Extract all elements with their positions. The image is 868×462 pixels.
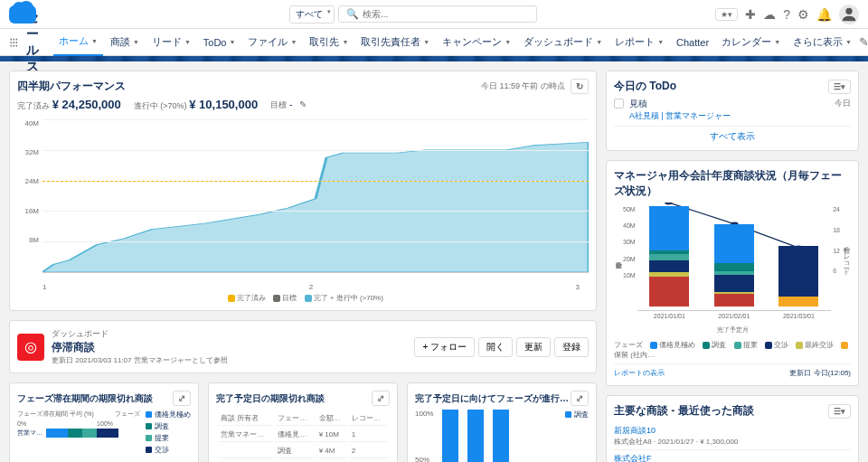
manager-pipeline-card: マネージャ用今会計年度商談状況（月毎フェーズ状況） 金額合計 50M 40M 3…	[606, 160, 859, 386]
card-title: 四半期パフォーマンス	[17, 79, 126, 94]
favorite-button[interactable]: ★▾	[715, 8, 738, 21]
goal-value: -	[289, 99, 292, 109]
mini-card-closedate-overdue: 完了予定日の期限切れ商談⤢ 商談 所有者フェー…金額…レコー… 営業マネー…価格…	[208, 382, 398, 462]
app-nav: ⁝⁝⁝ セールス ホーム▼ 商談▼ リード▼ ToDo▼ ファイル▼ 取引先▼ …	[0, 29, 868, 56]
nav-chatter[interactable]: Chatter	[671, 31, 714, 54]
opp-link[interactable]: 株式会社F	[614, 454, 652, 462]
todo-menu-icon[interactable]: ☰▾	[828, 80, 851, 94]
card-title: マネージャ用今会計年度商談状況（月毎フェーズ状況）	[614, 168, 851, 199]
add-icon[interactable]: ✚	[745, 7, 756, 22]
dashboard-title: 停滞商談	[52, 340, 407, 355]
search-icon: 🔍	[346, 8, 359, 20]
x-axis-title: 完了予定月	[614, 325, 851, 335]
nav-calendar[interactable]: カレンダー▼	[716, 29, 786, 55]
updated-label: 更新日 今日(12:05)	[789, 368, 851, 378]
card-title: 今日の ToDo	[614, 79, 676, 94]
follow-button[interactable]: + フォロー	[414, 337, 475, 357]
refresh-icon[interactable]: ↻	[571, 79, 589, 94]
goal-label: 目標	[270, 100, 287, 109]
todo-checkbox[interactable]	[614, 99, 624, 108]
cloud-icon[interactable]: ☁	[763, 7, 776, 22]
mini-card-phase-overdue: フェーズ滞在期間の期限切れ商談⤢ フェーズ滞在期間 平均 (%)フェーズ 0%1…	[9, 382, 199, 462]
performance-chart: 40M 32M 24M 16M 8M	[17, 119, 589, 291]
todo-date: 今日	[835, 98, 851, 109]
opportunity-item[interactable]: 株式会社F 株式会社F1 · 2021/02/25 · ¥ 10,000,000	[614, 450, 851, 462]
nav-contacts[interactable]: 取引先責任者▼	[355, 29, 435, 55]
global-header: すべて 🔍 ★▾ ✚ ☁ ? ⚙ 🔔	[0, 0, 868, 29]
nav-accounts[interactable]: 取引先▼	[304, 29, 354, 55]
nav-opportunities[interactable]: 商談▼	[105, 29, 145, 55]
nav-todo[interactable]: ToDo▼	[198, 31, 241, 54]
chart-legend: 完了済み 目標 完了 + 進行中 (>70%)	[17, 293, 589, 303]
search-input[interactable]	[363, 9, 529, 19]
y2-axis-label: 数のレコード	[842, 242, 851, 271]
svg-point-0	[665, 203, 673, 204]
table-row: 営業マネー…価格見…¥ 10M1	[218, 428, 388, 442]
open-label: 進行中 (>70%)	[134, 101, 187, 110]
report-link[interactable]: レポートの表示	[614, 368, 665, 378]
todo-label: 見積	[629, 98, 829, 110]
todo-link[interactable]: A社見積 | 営業マネージャー	[629, 111, 731, 120]
nav-campaigns[interactable]: キャンペーン▼	[437, 29, 516, 55]
expand-icon[interactable]: ⤢	[372, 391, 390, 406]
search-scope-select[interactable]: すべて	[289, 5, 335, 24]
global-search[interactable]: 🔍	[338, 5, 537, 23]
dashboard-header-card: ◎ ダッシュボード 停滞商談 更新日 2021/03/03 11:07 営業マネ…	[9, 320, 597, 373]
closed-value: ¥ 24,250,000	[52, 98, 121, 111]
opp-link[interactable]: 新規商談10	[614, 426, 656, 435]
nav-home[interactable]: ホーム▼	[53, 28, 103, 56]
app-launcher-icon[interactable]: ⁝⁝⁝	[9, 35, 17, 50]
timestamp: 今日 11:59 午前 の時点	[481, 80, 565, 92]
open-value: ¥ 10,150,000	[189, 98, 258, 111]
stacked-bar-chart: 2021/01/01 2021/02/01 2021/0	[637, 203, 832, 311]
refresh-button[interactable]: 更新	[516, 337, 551, 357]
header-actions: ★▾ ✚ ☁ ? ⚙ 🔔	[715, 5, 859, 24]
phase-legend: フェーズ 価格見極め 調査 提案 交渉 最終交渉 保留 (社内…	[614, 340, 851, 360]
line-chart-svg	[42, 119, 589, 272]
edit-goal-pencil-icon[interactable]: ✎	[295, 98, 311, 111]
table-row: 調査¥ 4M2	[218, 444, 388, 458]
nav-leads[interactable]: リード▼	[146, 29, 196, 55]
dashboard-icon: ◎	[17, 334, 44, 361]
overdue-table: 商談 所有者フェー…金額…レコー… 営業マネー…価格見…¥ 10M1 調査¥ 4…	[216, 410, 390, 460]
card-title: 主要な商談 - 最近使った商談	[614, 403, 754, 419]
key-opportunities-card: 主要な商談 - 最近使った商談 ☰▾ 新規商談10 株式会社A8 · 2021/…	[606, 395, 859, 462]
quarterly-performance-card: 四半期パフォーマンス 今日 11:59 午前 の時点 ↻ 完了済み ¥ 24,2…	[9, 71, 597, 311]
view-all-link[interactable]: すべて表示	[614, 126, 851, 143]
todo-card: 今日の ToDo ☰▾ 見積 A社見積 | 営業マネージャー 今日 すべて表示	[606, 71, 859, 151]
opportunity-item[interactable]: 新規商談10 株式会社A8 · 2021/01/27 · ¥ 1,300,000	[614, 422, 851, 450]
expand-icon[interactable]: ⤢	[173, 391, 191, 406]
closed-label: 完了済み	[17, 101, 50, 110]
salesforce-logo-icon[interactable]	[9, 5, 36, 24]
open-button[interactable]: 開く	[478, 337, 513, 357]
todo-item[interactable]: 見積 A社見積 | 営業マネージャー 今日	[614, 98, 851, 122]
notification-bell-icon[interactable]: 🔔	[816, 7, 832, 22]
nav-dashboards[interactable]: ダッシュボード▼	[518, 29, 608, 55]
nav-more[interactable]: さらに表示▼	[788, 29, 857, 55]
nav-edit-pencil-icon[interactable]: ✎	[859, 35, 868, 49]
opp-meta: 株式会社A8 · 2021/01/27 · ¥ 1,300,000	[614, 437, 851, 447]
setup-gear-icon[interactable]: ⚙	[797, 7, 809, 22]
nav-reports[interactable]: レポート▼	[609, 29, 669, 55]
card-menu-icon[interactable]: ☰▾	[828, 404, 851, 419]
expand-icon[interactable]: ⤢	[571, 391, 589, 406]
nav-files[interactable]: ファイル▼	[242, 29, 302, 55]
subscribe-button[interactable]: 登録	[554, 337, 589, 357]
mini-card-phase-progress: 完了予定日に向けてフェーズが進行…⤢ 100%50% 調査	[407, 382, 597, 462]
dashboard-type: ダッシュボード	[52, 328, 407, 340]
dashboard-meta: 更新日 2021/03/03 11:07 営業マネージャーとして参照	[52, 355, 407, 365]
help-icon[interactable]: ?	[783, 7, 790, 22]
avatar[interactable]	[839, 5, 859, 24]
